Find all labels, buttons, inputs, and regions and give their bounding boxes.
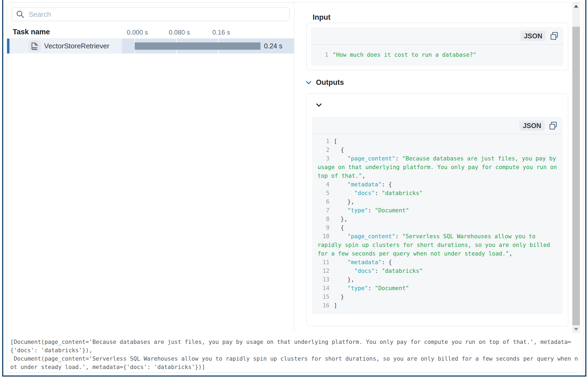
input-section-title: Input [313,13,331,22]
app-window: Task name 0.000 s 0.080 s 0.16 s [2,0,586,377]
output-item-collapse-chevron-icon[interactable] [316,103,322,107]
json-format-badge[interactable]: JSON [519,120,545,131]
column-header-task-name: Task name [13,28,50,36]
time-tick-label: 0.080 s [169,29,190,36]
details-pane: Input JSON 1"How much doe [294,2,572,336]
outputs-section-title: Outputs [316,78,344,87]
outputs-collapse-chevron-icon[interactable] [306,81,312,85]
time-tick-label: 0.16 s [212,29,230,36]
json-viewer-toolbar: JSON [311,27,564,45]
trace-main-area: Task name 0.000 s 0.080 s 0.16 s [7,2,583,336]
json-format-badge[interactable]: JSON [520,31,546,41]
outputs-code-block: 1[2 {3 "page_content": "Because database… [312,134,563,314]
selected-row-accent [7,39,9,53]
trace-viewer-card: Task name 0.000 s 0.080 s 0.16 s [7,2,583,373]
search-icon [16,10,25,19]
scrollbar-thumb[interactable] [572,27,580,325]
raw-output-text: [Document(page_content='Because database… [7,336,583,373]
copy-icon[interactable] [550,31,559,41]
gantt-lane: 0.24 s [122,39,294,53]
trace-tree-pane: Task name 0.000 s 0.080 s 0.16 s [7,2,294,336]
document-icon [29,40,41,52]
vertical-scrollbar[interactable] [572,2,580,333]
input-code-block: 1"How much does it cost to run a databas… [311,45,564,66]
triangle-up-icon [574,5,578,8]
tree-table-header: Task name 0.000 s 0.080 s 0.16 s [7,27,294,39]
outputs-section-header: Outputs [306,78,344,87]
gantt-bar[interactable] [135,42,260,50]
search-box[interactable] [12,8,290,21]
input-json-viewer: JSON 1"How much does it cost to run a da… [311,27,564,66]
json-viewer-toolbar: JSON [312,117,563,134]
duration-label: 0.24 s [264,39,282,53]
search-input[interactable] [28,10,285,19]
scroll-down-button[interactable] [572,326,580,333]
time-tick-label: 0.000 s [127,29,148,36]
triangle-down-icon [574,328,578,331]
input-card: JSON 1"How much does it cost to run a da… [306,23,568,70]
scroll-up-button[interactable] [572,2,580,10]
task-row-vectorstoreretriever[interactable]: VectorStoreRetriever 0.24 s [7,39,294,53]
task-name-label: VectorStoreRetriever [44,39,109,53]
copy-icon[interactable] [549,121,558,130]
outputs-json-viewer: JSON 1[2 {3 "page_content": "Because dat… [312,117,563,314]
outputs-card: JSON 1[2 {3 "page_content": "Because dat… [306,93,568,326]
